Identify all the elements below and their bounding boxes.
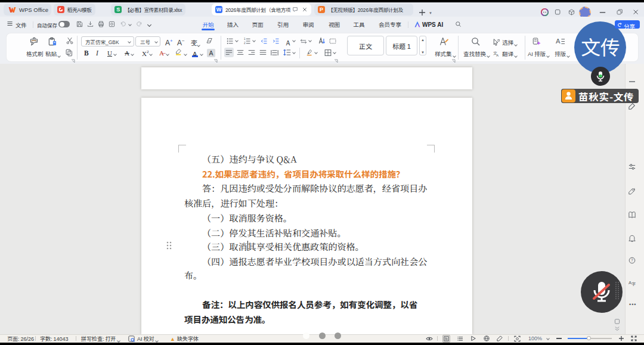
svg-text:A: A (556, 38, 561, 45)
svg-text:A: A (496, 54, 499, 57)
svg-text:1: 1 (244, 38, 246, 41)
svg-text:?: ? (631, 258, 633, 262)
svg-text:2: 2 (244, 42, 246, 45)
svg-text:字: 字 (631, 281, 636, 286)
